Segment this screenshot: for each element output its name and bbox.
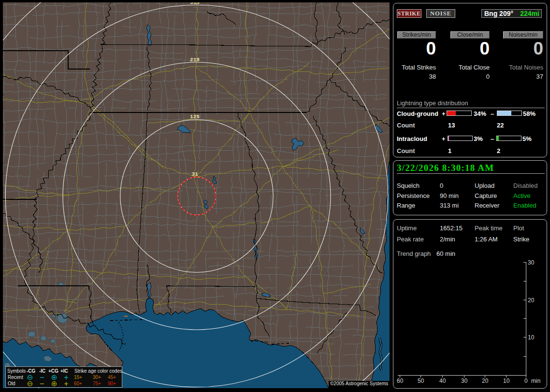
svg-text:40: 40 xyxy=(439,378,446,384)
svg-text:125: 125 xyxy=(190,114,200,120)
svg-text:60: 60 xyxy=(397,378,404,384)
svg-text:30: 30 xyxy=(528,259,535,266)
svg-text:31: 31 xyxy=(191,171,198,177)
svg-text:10: 10 xyxy=(503,378,510,384)
svg-text:50: 50 xyxy=(418,378,424,384)
svg-text:10: 10 xyxy=(528,334,535,341)
svg-text:313: 313 xyxy=(190,2,200,5)
svg-text:219: 219 xyxy=(190,57,200,63)
svg-text:20: 20 xyxy=(528,297,535,304)
svg-text:min: min xyxy=(531,378,540,384)
svg-text:30: 30 xyxy=(461,378,468,384)
svg-text:20: 20 xyxy=(482,378,489,384)
svg-text:0: 0 xyxy=(524,378,528,384)
